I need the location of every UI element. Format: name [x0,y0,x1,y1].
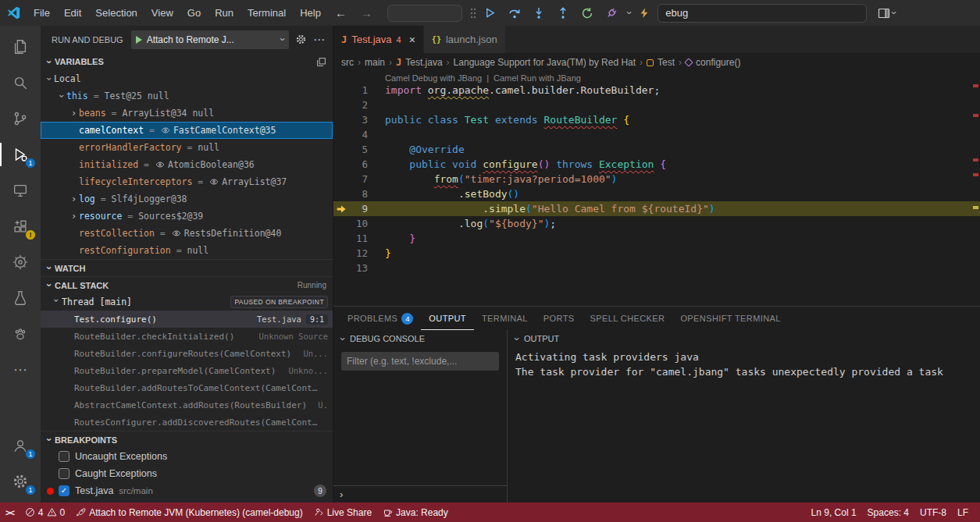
cursor-position[interactable]: Ln 9, Col 1 [806,502,862,522]
tab-test-java[interactable]: J Test.java 4 × [333,26,424,53]
breakpoint-row[interactable]: Test.javasrc/main9 [41,482,333,499]
activity-remote-explorer[interactable] [0,172,41,208]
activity-more[interactable]: ⋯ [0,352,41,388]
close-icon[interactable]: × [409,34,415,46]
problems-status[interactable]: 4 0 [20,502,70,522]
output-log[interactable]: Activating task providers javaThe task p… [508,347,980,379]
codelens-run-link[interactable]: Camel Run with JBang [494,73,581,83]
checkbox[interactable] [59,468,69,479]
remote-indicator[interactable]: >< [0,502,20,522]
stack-frame[interactable]: Test.configure()Test.java9:1 [41,311,333,328]
eol[interactable]: LF [952,502,974,522]
code-line-1[interactable]: 1import org.apache.camel.builder.RouteBu… [333,83,980,98]
activity-paw[interactable] [0,316,41,352]
eye-icon[interactable] [172,229,181,238]
checkbox[interactable] [59,451,69,462]
variable-row[interactable]: initialized = AtomicBoolean@36 [41,156,333,173]
java-status[interactable]: Java: Ready [377,502,454,522]
step-into-icon[interactable] [531,5,547,21]
continue-icon[interactable] [483,5,498,21]
stack-frame[interactable]: RouteBuilder.addRoutesToCamelContext(Cam… [41,379,333,396]
code-line-11[interactable]: 11 } [333,231,980,246]
variables-section-header[interactable]: › VARIABLES [41,53,333,70]
variable-row[interactable]: ›Local [41,70,333,87]
debug-sessions-chevron-icon[interactable]: › [625,11,635,14]
stack-frame[interactable]: RouteBuilder.prepareModel(CamelContext)U… [41,362,333,379]
activity-flask[interactable] [0,280,41,316]
menu-edit[interactable]: Edit [57,0,88,26]
stack-frame[interactable]: RouteBuilder.checkInitialized()Unknown S… [41,328,333,345]
open-panes-icon[interactable] [316,57,326,67]
panel-tab-ports[interactable]: PORTS [536,307,583,330]
variable-row[interactable]: restCollection = RestsDefinition@40 [41,225,333,242]
activity-source-control[interactable] [0,101,41,137]
stack-frame[interactable]: RoutesConfigurer.addDiscoveredRoutes(Cam… [41,414,333,431]
breakpoints-section-header[interactable]: › BREAKPOINTS [41,431,333,448]
breakpoint-row[interactable]: Uncaught Exceptions [41,448,333,465]
thread-row[interactable]: › Thread [main] PAUSED ON BREAKPOINT [41,293,333,311]
tab-launch-json[interactable]: {} launch.json [424,26,506,53]
code-line-4[interactable]: 4 [333,127,980,142]
menu-help[interactable]: Help [293,0,328,26]
encoding[interactable]: UTF-8 [914,502,952,522]
code-line-12[interactable]: 12} [333,246,980,261]
variable-row[interactable]: ›resource = Sources$2@39 [41,208,333,225]
code-line-7[interactable]: 7 from("timer:java?period=1000") [333,172,980,186]
variable-row[interactable]: ›log = Slf4jLogger@38 [41,190,333,208]
panel-tab-spell-checker[interactable]: SPELL CHECKER [583,307,673,330]
variable-row[interactable]: restConfiguration = null [41,242,333,259]
breadcrumb-src[interactable]: src [341,57,354,68]
breakpoint-row[interactable]: Caught Exceptions [41,465,333,482]
forward-icon[interactable]: → [354,6,380,20]
eye-icon[interactable] [161,126,170,135]
breadcrumb-class[interactable]: Test [657,57,675,68]
code-line-6[interactable]: 6 public void configure() throws Excepti… [333,157,980,172]
variable-row[interactable]: errorHandlerFactory = null [41,139,333,156]
codelens-debug-link[interactable]: Camel Debug with JBang [385,73,482,83]
eye-icon[interactable] [155,160,165,169]
menu-run[interactable]: Run [208,0,241,26]
restart-icon[interactable] [579,5,595,21]
debug-console-repl[interactable]: › [333,485,507,502]
stack-frame[interactable]: AbstractCamelContext.addRoutes(RoutesBui… [41,396,333,414]
call-stack-section-header[interactable]: › CALL STACK Running [41,276,333,293]
command-center[interactable]: ebug [657,4,867,23]
breadcrumb-provider[interactable]: Language Support for Java(TM) by Red Hat [454,57,636,68]
breadcrumb-file[interactable]: Test.java [405,57,442,68]
menu-go[interactable]: Go [180,0,208,26]
panel-tab-terminal[interactable]: TERMINAL [474,307,536,330]
gear-icon[interactable] [295,34,307,45]
code-line-8[interactable]: 8 .setBody() [333,186,980,201]
search-box[interactable] [387,5,462,22]
eye-icon[interactable] [209,177,219,186]
activity-run-and-debug[interactable]: 1 [0,137,41,172]
activity-settings[interactable]: 1 [0,463,41,499]
code-line-3[interactable]: 3public class Test extends RouteBuilder … [333,112,980,127]
start-debug-icon[interactable] [136,36,142,44]
variable-row[interactable]: ›beans = ArrayList@34 null [41,105,333,122]
breadcrumb-main[interactable]: main [365,57,385,68]
menu-view[interactable]: View [144,0,180,26]
step-over-icon[interactable] [507,5,522,21]
drag-handle-icon[interactable] [470,7,476,20]
indentation[interactable]: Spaces: 4 [862,502,914,522]
activity-extensions[interactable]: ! [0,208,41,244]
code-line-9[interactable]: 9 .simple("Hello Camel from ${routeId}") [333,201,980,216]
variable-row[interactable]: lifecycleInterceptors = ArrayList@37 [41,173,333,190]
code-line-13[interactable]: 13 [333,261,980,275]
code-line-10[interactable]: 10 .log("${body}"); [333,216,980,231]
activity-search[interactable] [0,65,41,101]
debug-console-filter-input[interactable] [341,352,499,371]
checkbox[interactable] [59,485,69,496]
menu-file[interactable]: File [27,0,57,26]
debug-session-status[interactable]: Attach to Remote JVM (Kubernetes) (camel… [70,502,308,522]
launch-config-dropdown[interactable]: Attach to Remote J... › [131,30,289,49]
panel-tab-problems[interactable]: PROBLEMS4 [340,307,421,330]
variable-row[interactable]: camelContext = FastCamelContext@35 [41,122,333,139]
code-editor[interactable]: Camel Debug with JBang | Camel Run with … [333,72,980,306]
menu-terminal[interactable]: Terminal [241,0,293,26]
more-actions-icon[interactable]: ⋯ [313,33,325,47]
live-share-status[interactable]: Live Share [308,502,377,522]
editor-layout-button[interactable]: › [878,7,896,20]
stack-frame[interactable]: RouteBuilder.configureRoutes(CamelContex… [41,345,333,362]
